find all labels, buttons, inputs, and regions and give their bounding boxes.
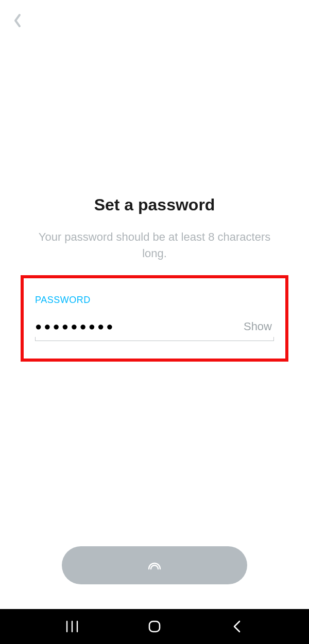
nav-home-button[interactable]	[134, 620, 175, 633]
nav-back-button[interactable]	[216, 620, 258, 633]
main-content: Set a password Your password should be a…	[0, 0, 309, 362]
page-subtitle: Your password should be at least 8 chara…	[0, 229, 309, 262]
password-input-row: ●●●●●●●●● Show	[35, 320, 274, 341]
page-title: Set a password	[94, 195, 215, 214]
show-password-button[interactable]: Show	[244, 320, 274, 333]
password-input[interactable]: ●●●●●●●●●	[35, 321, 115, 332]
svg-rect-3	[149, 621, 160, 632]
nav-recents-button[interactable]	[52, 620, 93, 633]
back-icon	[232, 620, 242, 633]
recents-icon	[65, 620, 79, 633]
password-field-highlight: PASSWORD ●●●●●●●●● Show	[21, 275, 288, 362]
continue-button[interactable]	[62, 546, 247, 584]
home-icon	[148, 620, 161, 633]
password-label: PASSWORD	[35, 295, 274, 306]
continue-arc-icon	[147, 560, 162, 570]
back-button[interactable]	[9, 12, 26, 29]
system-nav-bar	[0, 609, 309, 644]
chevron-left-icon	[12, 13, 23, 28]
